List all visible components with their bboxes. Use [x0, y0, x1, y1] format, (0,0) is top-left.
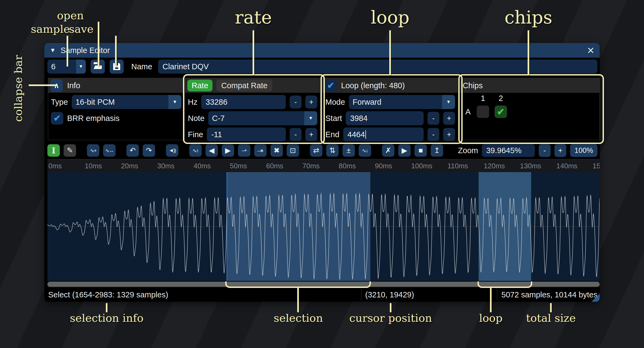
name-label: Name — [131, 62, 152, 71]
ruler-tick: 100ms — [411, 162, 432, 170]
crossfade-button[interactable]: ✗ — [382, 144, 394, 157]
ruler-tick: 130ms — [520, 162, 541, 170]
annotation-selection: selection — [274, 312, 323, 324]
redo-button[interactable]: ↷ — [143, 144, 155, 157]
draw-mode-button[interactable]: ✎ — [64, 144, 76, 157]
annotation-outline-rate — [183, 74, 325, 144]
annotation-line-loop — [389, 30, 391, 75]
import-button[interactable]: ↥ — [431, 144, 443, 157]
zoom-reset-button[interactable]: 100% — [570, 144, 597, 157]
ruler-tick: 90ms — [375, 162, 392, 170]
annotation-total-size: total size — [526, 312, 576, 324]
type-dropdown[interactable]: 16-bit PCM ▼ — [72, 95, 181, 109]
annotation-line-open — [98, 22, 99, 67]
annotation-chips: chips — [505, 7, 553, 28]
zoom-in-button[interactable]: + — [554, 144, 566, 157]
insert-silence-button[interactable]: –+ — [238, 144, 250, 157]
window-collapse-icon[interactable]: ▼ — [50, 47, 56, 54]
sign-button[interactable]: ± — [342, 144, 355, 157]
annotation-save: save — [69, 23, 94, 35]
normalize-button[interactable]: ∿↕ — [189, 144, 202, 157]
info-panel: ∧ Info Type 16-bit PCM ▼ ✔ BRR emphasis — [48, 78, 184, 140]
title-bar[interactable]: ▼ Sample Editor × — [44, 43, 600, 58]
reverse-button[interactable]: ⇄ — [310, 144, 322, 157]
annotation-cursor-position: cursor position — [349, 312, 432, 324]
type-label: Type — [51, 98, 68, 107]
waveform-canvas[interactable] — [47, 172, 600, 281]
check-icon: ✔ — [54, 113, 61, 123]
total-size-text: 5072 samples, 10144 bytes — [501, 290, 597, 299]
annotation-loop: loop — [371, 7, 410, 28]
type-value: 16-bit PCM — [72, 98, 168, 107]
annotation-outline-loop — [321, 74, 463, 144]
delete-button[interactable]: ✖ — [270, 144, 283, 157]
annotation-bracket-selection — [225, 281, 371, 288]
ruler-tick: 80ms — [339, 162, 356, 170]
annotation-line-selection-info — [106, 303, 107, 312]
annotation-open: open — [57, 9, 84, 22]
ruler-tick: 150ms — [593, 162, 600, 170]
save-icon — [113, 63, 120, 70]
ruler-tick: 50ms — [230, 162, 247, 170]
chevron-down-icon[interactable]: ▼ — [76, 60, 86, 74]
time-ruler: 0ms10ms20ms30ms40ms50ms60ms70ms80ms90ms1… — [47, 159, 600, 172]
annotation-line-cursor-position — [390, 303, 391, 312]
ruler-tick: 140ms — [556, 162, 577, 170]
stop-preview-button[interactable]: ■ — [414, 144, 427, 157]
zoom-input[interactable]: 39.9645% — [482, 144, 535, 157]
annotation-collapse-bar: collapse bar — [12, 51, 24, 122]
sample-toolbar: I✎∿+∿↔↶↷◄))∿↕◀▶–+–∗✖⊡⇄⇅±∿↓✗▶■↥ Zoom 39.9… — [47, 143, 597, 158]
save-sample-button[interactable] — [110, 60, 124, 74]
amplify-button[interactable]: ◄)) — [166, 144, 178, 157]
ruler-tick: 10ms — [85, 162, 102, 170]
ruler-tick: 0ms — [48, 162, 62, 170]
undo-button[interactable]: ↶ — [126, 144, 139, 157]
annotation-loop-bottom: loop — [479, 312, 503, 324]
ruler-tick: 40ms — [194, 162, 211, 170]
ruler-tick: 30ms — [157, 162, 175, 170]
fade-in-button[interactable]: ◀ — [205, 144, 218, 157]
annotation-rate: rate — [235, 7, 272, 28]
ruler-tick: 120ms — [484, 162, 505, 170]
annotation-line-chips — [528, 30, 529, 75]
brr-emphasis-checkbox[interactable]: ✔ — [51, 112, 63, 124]
annotation-stem-selection — [297, 287, 299, 312]
sample-name-input[interactable]: Clarinet DQV — [158, 60, 597, 74]
zoom-out-button[interactable]: - — [539, 144, 551, 157]
chevron-down-icon: ▼ — [168, 95, 181, 109]
resize-grip[interactable] — [591, 294, 600, 302]
waveform-view[interactable] — [47, 172, 600, 281]
fade-out-button[interactable]: ▶ — [222, 144, 234, 157]
status-bar: Select (1654-2983: 1329 samples) (3210, … — [44, 288, 600, 302]
annotation-line-collapse-bar — [29, 84, 56, 86]
ruler-tick: 70ms — [302, 162, 320, 170]
select-mode-button[interactable]: I — [47, 144, 60, 157]
annotation-selection-info: selection info — [70, 312, 143, 324]
page-background: ▼ Sample Editor × 6 ▼ Name Clarinet DQV … — [0, 0, 644, 348]
close-icon[interactable]: × — [587, 45, 594, 56]
trim-button[interactable]: ⊡ — [287, 144, 299, 157]
annotation-stem-loop — [490, 287, 492, 312]
sample-name-value: Clarinet DQV — [162, 62, 209, 71]
ruler-tick: 60ms — [266, 162, 283, 170]
selection-info-text: Select (1654-2983: 1329 samples) — [48, 290, 168, 299]
filter-button[interactable]: ∿↓ — [359, 144, 371, 157]
annotation-line-rate — [253, 30, 254, 75]
resample-button[interactable]: ∿↔ — [103, 144, 116, 157]
invert-button[interactable]: ⇅ — [326, 144, 339, 157]
zoom-value: 39.9645% — [486, 146, 522, 155]
cursor-position-text: (3210, 19429) — [365, 290, 414, 299]
annotation-bracket-loop — [478, 281, 532, 288]
ruler-tick: 20ms — [121, 162, 138, 170]
annotation-line-sample — [67, 36, 68, 67]
preview-button[interactable]: ▶ — [398, 144, 411, 157]
sample-number-value: 6 — [47, 62, 76, 71]
annotation-outline-chips — [458, 74, 604, 144]
brr-emphasis-label: BRR emphasis — [67, 114, 119, 123]
apply-silence-button[interactable]: –∗ — [254, 144, 267, 157]
info-panel-title: Info — [67, 81, 80, 90]
annotation-sample: sample — [31, 23, 70, 35]
resize-button[interactable]: ∿+ — [87, 144, 99, 157]
annotation-line-total-size — [550, 303, 552, 312]
ruler-tick: 110ms — [447, 162, 468, 170]
